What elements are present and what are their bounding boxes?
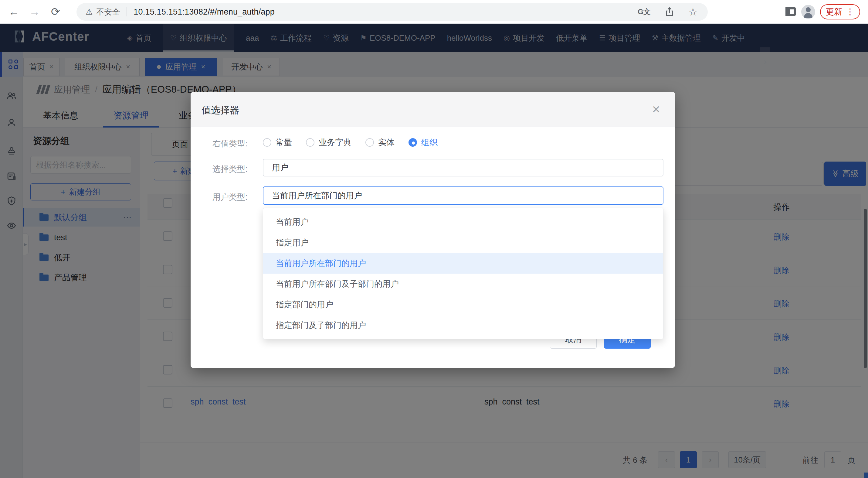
value-selector-dialog: 值选择器 ✕ 右值类型: 常量 业务字典 实体 组织 选择类型: 用户 用户类型… [191, 92, 675, 368]
translate-icon[interactable]: G文 [638, 7, 651, 17]
user-type-select[interactable]: 当前用户所在部门的用户 [263, 186, 663, 205]
radio-icon [306, 138, 314, 147]
dropdown-option[interactable]: 当前用户 [263, 212, 663, 232]
share-icon[interactable] [664, 6, 675, 17]
update-label: 更新 [826, 6, 842, 17]
radio-entity[interactable]: 实体 [365, 137, 395, 148]
dropdown-option[interactable]: 指定部门的用户 [263, 294, 663, 315]
radio-icon [263, 138, 271, 147]
right-type-label: 右值类型: [212, 138, 258, 149]
bookmark-star-icon[interactable]: ☆ [688, 6, 699, 17]
address-bar[interactable]: ⚠ 不安全 10.15.15.151:13082/#/menu_auth/app… [76, 3, 708, 21]
not-secure-label[interactable]: 不安全 [96, 7, 120, 17]
forward-icon[interactable]: → [29, 0, 40, 24]
dropdown-option[interactable]: 当前用户所在部门及子部门的用户 [263, 274, 663, 294]
user-type-label: 用户类型: [212, 191, 258, 203]
not-secure-warning-icon: ⚠ [86, 7, 93, 17]
screen: ← → ⟳ ⚠ 不安全 10.15.15.151:13082/#/menu_au… [0, 0, 868, 478]
url-text[interactable]: 10.15.15.151:13082/#/menu_auth/app [133, 7, 275, 17]
radio-selected-icon [408, 138, 417, 147]
select-type-label: 选择类型: [212, 164, 258, 175]
browser-toolbar: ← → ⟳ ⚠ 不安全 10.15.15.151:13082/#/menu_au… [0, 0, 868, 24]
dialog-title: 值选择器 [202, 104, 239, 117]
right-type-radio-group: 常量 业务字典 实体 组织 [263, 134, 438, 151]
browser-update-button[interactable]: 更新 ⋮ [820, 4, 860, 20]
user-type-dropdown: 当前用户 指定用户 当前用户所在部门的用户 当前用户所在部门及子部门的用户 指定… [263, 208, 663, 339]
select-type-select[interactable]: 用户 [263, 159, 663, 176]
radio-icon [365, 138, 374, 147]
dropdown-option[interactable]: 指定部门及子部门的用户 [263, 315, 663, 335]
dropdown-option[interactable]: 指定用户 [263, 232, 663, 253]
radio-business-dict[interactable]: 业务字典 [306, 137, 351, 148]
side-panel-icon[interactable] [785, 7, 796, 16]
reload-icon[interactable]: ⟳ [51, 0, 60, 24]
radio-constant[interactable]: 常量 [263, 137, 292, 148]
close-icon[interactable]: ✕ [652, 103, 661, 115]
browser-profile-avatar[interactable] [801, 5, 815, 19]
back-icon[interactable]: ← [8, 0, 20, 24]
dropdown-option-selected[interactable]: 当前用户所在部门的用户 [263, 253, 663, 274]
radio-organization[interactable]: 组织 [408, 137, 438, 148]
dialog-header: 值选择器 ✕ [191, 92, 675, 127]
browser-menu-icon[interactable]: ⋮ [846, 8, 854, 16]
